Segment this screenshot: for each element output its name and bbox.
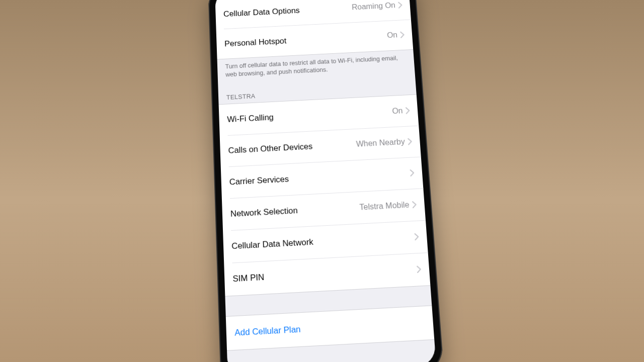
cellular-data-options-value: Roaming On [352,1,396,12]
network-selection-label: Network Selection [230,203,360,219]
chevron-right-icon [398,2,403,8]
chevron-right-icon [410,169,415,176]
personal-hotspot-label: Personal Hotspot [224,31,387,48]
add-cellular-plan-label: Add Cellular Plan [234,318,425,338]
chevron-right-icon [408,138,412,145]
phone-frame: Cellular Data Cellular Data Options Roam… [208,0,444,362]
chevron-right-icon [417,265,421,273]
carrier-services-label: Carrier Services [229,168,411,187]
cellular-top-rows: Cellular Data Cellular Data Options Roam… [215,0,413,59]
personal-hotspot-value: On [387,31,398,40]
cellular-data-network-label: Cellular Data Network [231,232,415,251]
phone-screen: Cellular Data Cellular Data Options Roam… [215,0,436,362]
settings-scroll-content: Cellular Data Cellular Data Options Roam… [215,0,436,362]
calls-other-devices-value: When Nearby [356,137,405,148]
network-selection-value: Telstra Mobile [359,200,410,212]
sim-pin-label: SIM PIN [232,264,417,284]
cellular-data-options-label: Cellular Data Options [223,3,352,18]
carrier-rows: Wi-Fi Calling On Calls on Other Devices … [219,94,431,296]
chevron-right-icon [415,233,419,240]
carrier-group: TELSTRA Wi-Fi Calling On Calls on Other … [218,72,430,297]
calls-other-devices-label: Calls on Other Devices [228,140,356,155]
chevron-right-icon [406,107,410,114]
cellular-top-group: Cellular Data Cellular Data Options Roam… [215,0,415,82]
chevron-right-icon [400,31,405,38]
wifi-calling-value: On [392,107,403,116]
wifi-calling-label: Wi-Fi Calling [227,107,392,124]
chevron-right-icon [412,201,417,208]
